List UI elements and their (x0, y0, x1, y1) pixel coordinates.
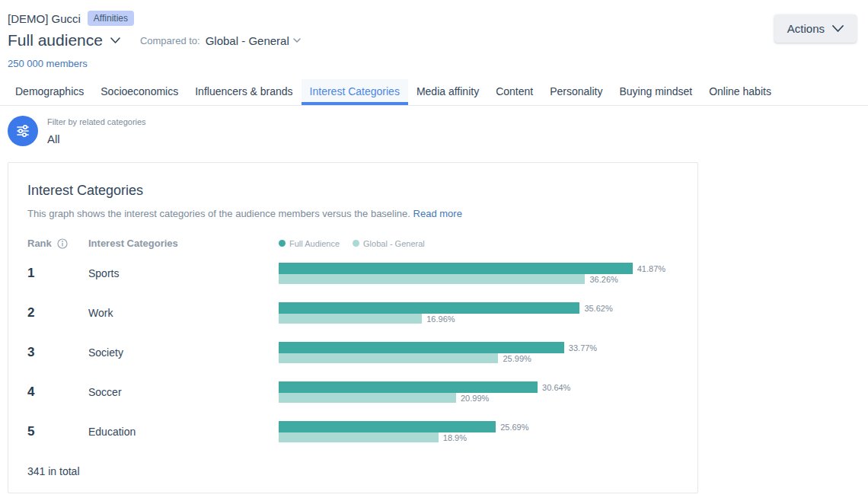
tab-socioeconomics[interactable]: Socioeconomics (92, 79, 187, 105)
tab-personality[interactable]: Personality (541, 79, 611, 105)
bar-group: 33.77% 25.99% (279, 342, 678, 363)
table-row: 3 Society 33.77% 25.99% (27, 333, 678, 372)
tab-interest-categories[interactable]: Interest Categories (302, 79, 408, 105)
category-label: Society (88, 346, 279, 359)
tabs: DemographicsSocioeconomicsInfluencers & … (0, 79, 868, 106)
interest-categories-card: Interest Categories This graph shows the… (8, 162, 698, 493)
full-audience-value: 25.69% (500, 423, 528, 432)
audience-title-row: [DEMO] Gucci Affinities (8, 11, 856, 26)
filter-value[interactable]: All (47, 132, 146, 145)
rank-value: 3 (27, 345, 88, 360)
compared-to-value: Global - General (206, 34, 289, 47)
baseline-bar[interactable] (279, 432, 439, 442)
rank-value: 2 (27, 305, 88, 321)
info-icon[interactable] (57, 238, 68, 249)
sliders-icon (14, 123, 31, 139)
full-audience-bar-line: 30.64% (279, 381, 678, 393)
chart-legend: Full Audience Global - General (279, 239, 678, 248)
full-audience-bar[interactable] (279, 342, 564, 353)
full-audience-value: 33.77% (569, 343, 597, 353)
bar-group: 30.64% 20.99% (279, 381, 678, 403)
tab-influencers-brands[interactable]: Influencers & brands (187, 79, 301, 105)
card-title: Interest Categories (27, 183, 678, 199)
full-audience-bar[interactable] (279, 421, 496, 432)
legend-dot-full-audience (279, 240, 286, 247)
chevron-down-icon (293, 38, 301, 43)
compared-to-selector[interactable]: Global - General (206, 34, 301, 47)
baseline-bar[interactable] (279, 353, 498, 363)
rank-header-label: Rank (27, 238, 52, 249)
full-audience-bar[interactable] (279, 302, 579, 314)
table-row: 4 Soccer 30.64% 20.99% (27, 372, 678, 412)
rank-value: 5 (27, 424, 88, 439)
baseline-bar[interactable] (279, 314, 422, 324)
category-label: Education (88, 426, 279, 438)
tab-buying-mindset[interactable]: Buying mindset (611, 79, 700, 105)
baseline-value: 25.99% (503, 354, 531, 363)
baseline-bar[interactable] (279, 393, 456, 403)
tab-online-habits[interactable]: Online habits (700, 79, 780, 105)
legend-item-full-audience: Full Audience (279, 239, 340, 248)
filter-row: Filter by related categories All (0, 106, 868, 146)
chevron-down-icon (110, 37, 120, 43)
table-row: 2 Work 35.62% 16.96% (27, 293, 678, 333)
baseline-bar-line: 18.9% (279, 432, 678, 442)
tab-demographics[interactable]: Demographics (7, 79, 92, 105)
card-description: This graph shows the interest categories… (27, 208, 678, 219)
rank-column-header: Rank (27, 238, 88, 249)
legend-label-baseline: Global - General (363, 239, 425, 248)
baseline-value: 36.26% (589, 275, 617, 284)
card-description-text: This graph shows the interest categories… (27, 208, 410, 219)
chevron-down-icon (832, 25, 844, 32)
table-row: 1 Sports 41.87% 36.26% (27, 254, 678, 293)
bar-group: 25.69% 18.9% (279, 421, 678, 442)
legend-label-full-audience: Full Audience (289, 239, 340, 248)
full-audience-bar[interactable] (279, 263, 633, 274)
full-audience-bar-line: 33.77% (279, 342, 678, 353)
filter-label: Filter by related categories (47, 117, 146, 126)
page-header: [DEMO] Gucci Affinities Full audience Co… (0, 0, 868, 69)
legend-item-baseline: Global - General (353, 239, 425, 248)
table-row: 5 Education 25.69% 18.9% (27, 412, 678, 452)
baseline-bar-line: 16.96% (279, 314, 678, 324)
full-audience-bar-line: 41.87% (279, 263, 678, 274)
chart-rows: 1 Sports 41.87% 36.26% 2 Work 35.62% (27, 254, 678, 452)
filter-button[interactable] (8, 116, 38, 146)
rank-value: 4 (27, 385, 88, 400)
audience-selector-row: Full audience Compared to: Global - Gene… (8, 31, 856, 49)
baseline-bar-line: 36.26% (279, 274, 678, 284)
actions-button[interactable]: Actions (774, 14, 857, 43)
read-more-link[interactable]: Read more (413, 208, 462, 219)
category-column-header: Interest Categories (88, 238, 279, 249)
actions-button-label: Actions (787, 22, 825, 35)
baseline-value: 18.9% (443, 433, 467, 442)
baseline-value: 20.99% (461, 394, 489, 403)
category-label: Sports (88, 267, 279, 279)
full-audience-bar-line: 35.62% (279, 302, 678, 314)
affinities-badge: Affinities (88, 11, 134, 26)
full-audience-value: 30.64% (542, 383, 570, 392)
audience-selector[interactable]: Full audience (8, 31, 120, 49)
baseline-bar-line: 25.99% (279, 353, 678, 363)
full-audience-bar-line: 25.69% (279, 421, 678, 432)
category-label: Work (88, 307, 279, 319)
baseline-value: 16.96% (426, 314, 455, 324)
full-audience-value: 35.62% (584, 304, 612, 313)
rank-value: 1 (27, 266, 88, 281)
tab-media-affinity[interactable]: Media affinity (408, 79, 487, 105)
full-audience-bar[interactable] (279, 381, 538, 393)
baseline-bar-line: 20.99% (279, 393, 678, 403)
legend-dot-baseline (353, 240, 359, 247)
table-header: Rank Interest Categories Full Audience G… (27, 238, 678, 249)
audience-selector-label: Full audience (8, 31, 103, 49)
tab-content[interactable]: Content (487, 79, 541, 105)
baseline-bar[interactable] (279, 274, 585, 284)
bar-group: 41.87% 36.26% (279, 263, 678, 284)
full-audience-value: 41.87% (637, 264, 665, 273)
filter-text: Filter by related categories All (47, 117, 146, 145)
members-count: 250 000 members (8, 58, 856, 69)
compared-to-label: Compared to: (140, 35, 200, 46)
total-count: 341 in total (27, 465, 678, 477)
audience-name: [DEMO] Gucci (8, 12, 81, 25)
category-label: Soccer (88, 386, 279, 398)
